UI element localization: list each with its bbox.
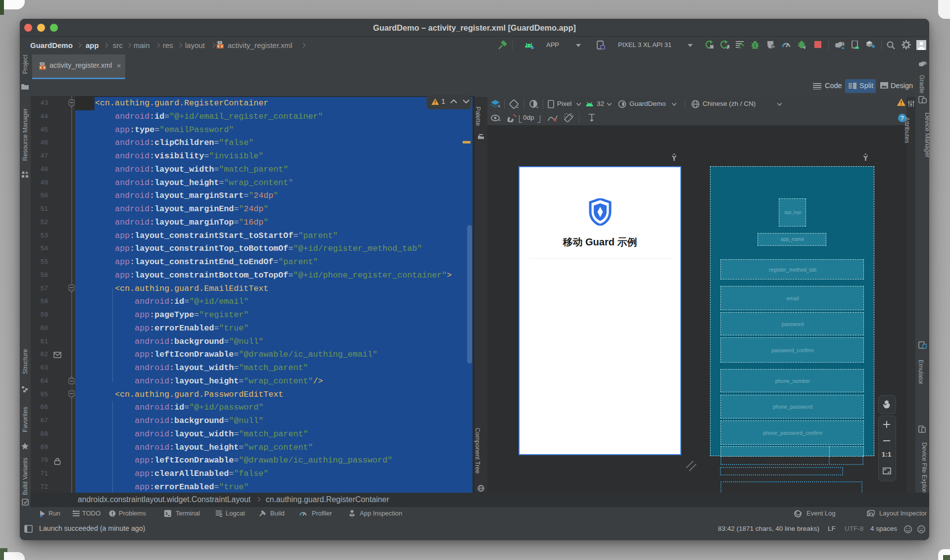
svg-text:A: A: [727, 45, 729, 49]
